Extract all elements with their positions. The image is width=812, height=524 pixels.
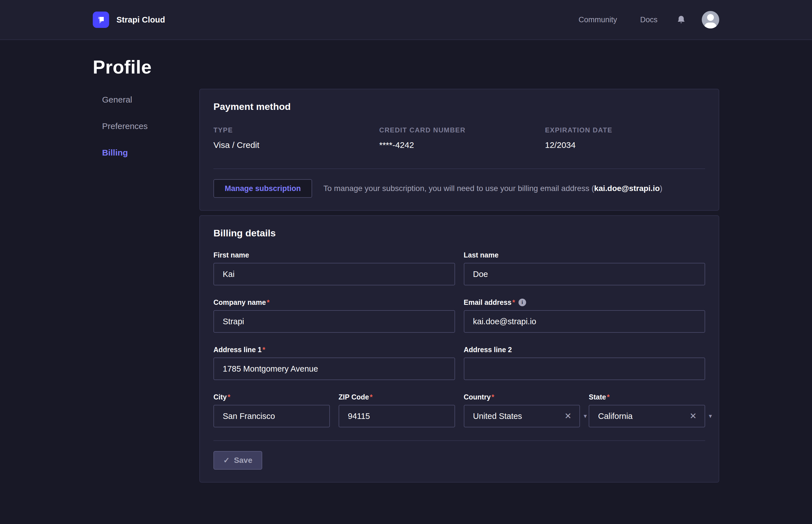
billing-details-card: Billing details First name Last name bbox=[199, 215, 719, 482]
note-suffix: ) bbox=[660, 184, 662, 193]
address-line-2-group: Address line 2 bbox=[464, 346, 705, 380]
required-asterisk: * bbox=[512, 298, 515, 307]
note-email: kai.doe@strapi.io bbox=[594, 184, 660, 193]
top-navigation: Community Docs bbox=[555, 11, 719, 29]
avatar-body-shape bbox=[704, 22, 717, 29]
city-group: City* bbox=[213, 393, 330, 427]
sidebar-item-general[interactable]: General bbox=[93, 95, 199, 104]
manage-subscription-row: Manage subscription To manage your subsc… bbox=[213, 179, 705, 198]
last-name-label: Last name bbox=[464, 251, 705, 259]
payment-card-divider bbox=[213, 168, 705, 169]
user-avatar[interactable] bbox=[702, 11, 719, 29]
address-line-1-label-text: Address line 1 bbox=[213, 346, 261, 354]
company-name-label: Company name* bbox=[213, 298, 455, 307]
country-combobox[interactable]: United States ✕ bbox=[464, 405, 580, 427]
info-icon[interactable]: i bbox=[519, 299, 526, 306]
state-value: California bbox=[598, 412, 633, 421]
payment-type-label: TYPE bbox=[213, 126, 379, 134]
sidebar-item-billing[interactable]: Billing bbox=[93, 148, 199, 158]
address-line-2-field[interactable] bbox=[464, 358, 705, 380]
country-caret-down-icon[interactable]: ▾ bbox=[584, 412, 587, 420]
profile-page: Profile General Preferences Billing Paym… bbox=[0, 56, 812, 482]
first-name-field[interactable] bbox=[213, 263, 455, 285]
first-name-label-text: First name bbox=[213, 251, 249, 259]
email-address-field[interactable] bbox=[464, 310, 705, 333]
payment-expiration-label: EXPIRATION DATE bbox=[545, 126, 705, 134]
save-button[interactable]: ✓ Save bbox=[213, 451, 262, 470]
company-name-label-text: Company name bbox=[213, 298, 266, 307]
city-label-text: City bbox=[213, 393, 227, 401]
payment-expiration-field: EXPIRATION DATE 12/2034 bbox=[545, 126, 705, 150]
topbar: Strapi Cloud Community Docs bbox=[0, 0, 812, 40]
note-prefix: To manage your subscription, you will ne… bbox=[323, 184, 594, 193]
state-label-text: State bbox=[589, 393, 606, 401]
manage-subscription-note: To manage your subscription, you will ne… bbox=[323, 184, 662, 193]
payment-type-value: Visa / Credit bbox=[213, 140, 379, 150]
required-asterisk: * bbox=[607, 393, 609, 401]
brand-name: Strapi Cloud bbox=[116, 15, 165, 24]
country-value: United States bbox=[473, 412, 522, 421]
country-combobox-wrap: United States ✕ ▾ bbox=[464, 405, 580, 427]
required-asterisk: * bbox=[370, 393, 373, 401]
nav-docs-link[interactable]: Docs bbox=[640, 16, 657, 24]
save-button-label: Save bbox=[234, 456, 252, 465]
profile-sidebar: General Preferences Billing bbox=[93, 89, 199, 482]
brand[interactable]: Strapi Cloud bbox=[93, 12, 165, 28]
last-name-group: Last name bbox=[464, 251, 705, 285]
address-line-1-label: Address line 1* bbox=[213, 346, 455, 354]
required-asterisk: * bbox=[267, 298, 270, 307]
zip-code-label: ZIP Code* bbox=[339, 393, 455, 401]
billing-card-divider bbox=[213, 440, 705, 441]
company-name-group: Company name* bbox=[213, 298, 455, 333]
payment-method-card: Payment method TYPE Visa / Credit CREDIT… bbox=[199, 89, 719, 211]
cards-column: Payment method TYPE Visa / Credit CREDIT… bbox=[199, 89, 719, 482]
last-name-label-text: Last name bbox=[464, 251, 499, 259]
last-name-field[interactable] bbox=[464, 263, 705, 285]
first-name-label: First name bbox=[213, 251, 455, 259]
country-label-text: Country bbox=[464, 393, 491, 401]
zip-code-field[interactable] bbox=[339, 405, 455, 427]
payment-type-field: TYPE Visa / Credit bbox=[213, 126, 379, 150]
first-name-group: First name bbox=[213, 251, 455, 285]
email-address-group: Email address*i bbox=[464, 298, 705, 333]
address-line-1-field[interactable] bbox=[213, 358, 455, 380]
city-label: City* bbox=[213, 393, 330, 401]
sidebar-item-preferences[interactable]: Preferences bbox=[93, 121, 199, 131]
payment-expiration-value: 12/2034 bbox=[545, 140, 705, 150]
address-line-2-label-text: Address line 2 bbox=[464, 346, 512, 354]
payment-card-number-value: ****-4242 bbox=[379, 140, 545, 150]
zip-code-label-text: ZIP Code bbox=[339, 393, 369, 401]
payment-card-number-field: CREDIT CARD NUMBER ****-4242 bbox=[379, 126, 545, 150]
company-name-field[interactable] bbox=[213, 310, 455, 333]
avatar-head-shape bbox=[707, 14, 714, 21]
payment-method-summary: TYPE Visa / Credit CREDIT CARD NUMBER **… bbox=[213, 126, 705, 150]
state-combobox-wrap: California ✕ ▾ bbox=[589, 405, 705, 427]
country-clear-icon[interactable]: ✕ bbox=[564, 412, 572, 420]
state-label: State* bbox=[589, 393, 705, 401]
billing-details-title: Billing details bbox=[213, 228, 705, 239]
zip-code-group: ZIP Code* bbox=[339, 393, 455, 427]
payment-card-number-label: CREDIT CARD NUMBER bbox=[379, 126, 545, 134]
notifications-bell-icon[interactable] bbox=[676, 15, 686, 25]
state-clear-icon[interactable]: ✕ bbox=[690, 412, 697, 420]
address-line-1-group: Address line 1* bbox=[213, 346, 455, 380]
required-asterisk: * bbox=[262, 346, 265, 354]
strapi-logo-icon bbox=[93, 12, 109, 28]
country-group: Country* United States ✕ ▾ bbox=[464, 393, 580, 427]
state-caret-down-icon[interactable]: ▾ bbox=[709, 412, 712, 420]
required-asterisk: * bbox=[491, 393, 494, 401]
state-combobox[interactable]: California ✕ bbox=[589, 405, 705, 427]
check-icon: ✓ bbox=[223, 456, 230, 465]
payment-method-title: Payment method bbox=[213, 101, 705, 112]
country-label: Country* bbox=[464, 393, 580, 401]
city-field[interactable] bbox=[213, 405, 330, 427]
required-asterisk: * bbox=[227, 393, 230, 401]
state-group: State* California ✕ ▾ bbox=[589, 393, 705, 427]
email-address-label-text: Email address bbox=[464, 298, 512, 307]
email-address-label: Email address*i bbox=[464, 298, 705, 307]
page-title: Profile bbox=[93, 56, 719, 78]
address-line-2-label: Address line 2 bbox=[464, 346, 705, 354]
nav-community-link[interactable]: Community bbox=[578, 16, 617, 24]
manage-subscription-button[interactable]: Manage subscription bbox=[213, 179, 312, 198]
